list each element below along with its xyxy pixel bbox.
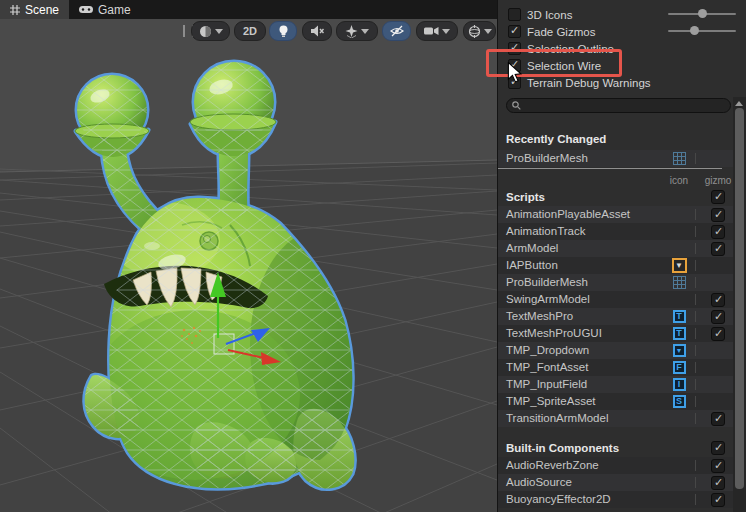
gizmo-row[interactable]: ArmModel	[498, 240, 734, 257]
slider-fade-gizmos[interactable]	[668, 29, 736, 33]
gizmo-row[interactable]: TMP_SpriteAsset S	[498, 393, 734, 410]
row-label: SwingArmModel	[506, 293, 590, 305]
hidden-objects-button[interactable]	[382, 21, 411, 41]
gizmo-checkbox[interactable]	[711, 208, 725, 222]
chevron-down-icon	[442, 29, 450, 34]
camera-overlay-button[interactable]	[416, 21, 458, 41]
gizmo-row[interactable]: AudioReverbZone	[498, 457, 734, 474]
gizmo-checkbox[interactable]	[711, 327, 725, 341]
gizmos-dropdown-button[interactable]	[463, 21, 496, 41]
row-label: AudioReverbZone	[506, 459, 599, 471]
column-divider	[695, 362, 696, 373]
tab-game[interactable]: Game	[69, 0, 141, 19]
column-divider	[695, 345, 696, 356]
row-label: AnimationTrack	[506, 225, 585, 237]
column-divider	[695, 277, 696, 288]
column-divider	[695, 243, 696, 254]
slider-knob[interactable]	[690, 26, 699, 35]
chevron-down-icon	[361, 29, 369, 34]
column-divider	[695, 396, 696, 407]
scrollbar-thumb[interactable]	[735, 108, 744, 489]
column-divider	[695, 260, 696, 271]
column-divider	[695, 311, 696, 322]
row-label: BuoyancyEffector2D	[506, 493, 611, 505]
gizmo-row[interactable]: AnimationPlayableAsset	[498, 206, 734, 223]
option-label: Fade Gizmos	[527, 26, 595, 38]
gizmo-row[interactable]: TextMeshProUGUI T	[498, 325, 734, 342]
gizmo-row[interactable]: BuoyancyEffector2D	[498, 491, 734, 508]
tab-game-label: Game	[98, 3, 131, 17]
scene-grid-icon	[10, 5, 20, 15]
checkbox-fade-gizmos[interactable]	[508, 25, 521, 38]
row-label: TMP_FontAsset	[506, 361, 588, 373]
gizmo-checkbox[interactable]	[711, 493, 725, 507]
scene-audio-button[interactable]	[302, 21, 332, 41]
builtin-title: Built-in Components	[506, 442, 619, 454]
slider-3d-icons[interactable]	[668, 12, 736, 16]
scene-view: Scene Game 2D	[0, 0, 497, 512]
scene-lighting-button[interactable]	[269, 21, 297, 41]
gizmo-row[interactable]: TransitionArmModel	[498, 410, 734, 427]
textmeshpro-icon[interactable]: T	[670, 309, 688, 324]
gizmo-row[interactable]: ProBuilderMesh	[498, 274, 734, 291]
tmp-spriteasset-icon[interactable]: S	[670, 394, 688, 409]
tmp-dropdown-icon[interactable]: ▼	[670, 343, 688, 358]
checkbox-3d-icons[interactable]	[508, 8, 521, 21]
speaker-muted-icon	[311, 25, 324, 37]
scroll-up-icon[interactable]	[735, 101, 743, 106]
gizmo-row[interactable]: TextMeshPro T	[498, 308, 734, 325]
probuilder-grid-icon[interactable]	[670, 275, 688, 290]
probuilder-grid-icon[interactable]	[670, 151, 688, 166]
shading-mode-button[interactable]	[191, 21, 230, 41]
effects-button[interactable]	[336, 21, 378, 41]
chevron-down-icon	[215, 29, 223, 34]
gizmo-checkbox[interactable]	[711, 459, 725, 473]
column-divider	[695, 209, 696, 220]
light-bulb-icon	[278, 25, 289, 38]
row-label: ArmModel	[506, 242, 558, 254]
gizmo-row[interactable]: TMP_FontAsset F	[498, 359, 734, 376]
gizmo-row[interactable]: AnimationTrack	[498, 223, 734, 240]
row-label: TextMeshPro	[506, 310, 573, 322]
eye-slash-icon	[390, 25, 404, 37]
mouse-cursor	[507, 62, 523, 83]
column-divider	[695, 328, 696, 339]
slider-knob[interactable]	[698, 9, 707, 18]
chevron-down-icon	[484, 29, 492, 34]
textmeshpro-icon[interactable]: T	[670, 326, 688, 341]
scripts-title: Scripts	[506, 191, 545, 203]
tmp-fontasset-icon[interactable]: F	[670, 360, 688, 375]
scene-viewport[interactable]	[0, 0, 497, 512]
column-divider	[695, 379, 696, 390]
row-label: ProBuilderMesh	[506, 276, 588, 288]
2d-toggle-button[interactable]: 2D	[234, 21, 266, 41]
tab-scene[interactable]: Scene	[0, 0, 69, 19]
gizmo-row[interactable]: IAPButton ▼	[498, 257, 734, 274]
gizmo-search[interactable]	[506, 98, 731, 113]
gizmo-checkbox[interactable]	[711, 225, 725, 239]
gizmo-row[interactable]: TMP_InputField I	[498, 376, 734, 393]
slider-track	[668, 30, 736, 32]
panel-scrollbar[interactable]	[733, 97, 746, 512]
gizmo-checkbox[interactable]	[711, 412, 725, 426]
gizmo-checkbox[interactable]	[711, 310, 725, 324]
icon-column-header: icon	[662, 175, 696, 186]
gizmo-checkbox[interactable]	[711, 242, 725, 256]
tmp-inputfield-icon[interactable]: I	[670, 377, 688, 392]
row-label: ProBuilderMesh	[506, 152, 588, 164]
gizmo-row[interactable]: AudioSource	[498, 474, 734, 491]
builtin-gizmo-toggle-all[interactable]	[711, 441, 725, 455]
gizmo-checkbox[interactable]	[711, 293, 725, 307]
column-divider	[695, 294, 696, 305]
row-label: TMP_SpriteAsset	[506, 395, 595, 407]
gizmo-checkbox[interactable]	[711, 476, 725, 490]
recently-changed-row[interactable]: ProBuilderMesh	[498, 150, 734, 167]
gizmo-row[interactable]: TMP_Dropdown ▼	[498, 342, 734, 359]
scripts-gizmo-toggle-all[interactable]	[711, 190, 725, 204]
iap-icon[interactable]: ▼	[670, 258, 688, 273]
search-icon	[512, 101, 521, 110]
search-input[interactable]	[521, 99, 730, 112]
sphere-crosshair-icon	[468, 25, 481, 38]
gizmo-row[interactable]: SwingArmModel	[498, 291, 734, 308]
option-label: 3D Icons	[527, 9, 572, 21]
